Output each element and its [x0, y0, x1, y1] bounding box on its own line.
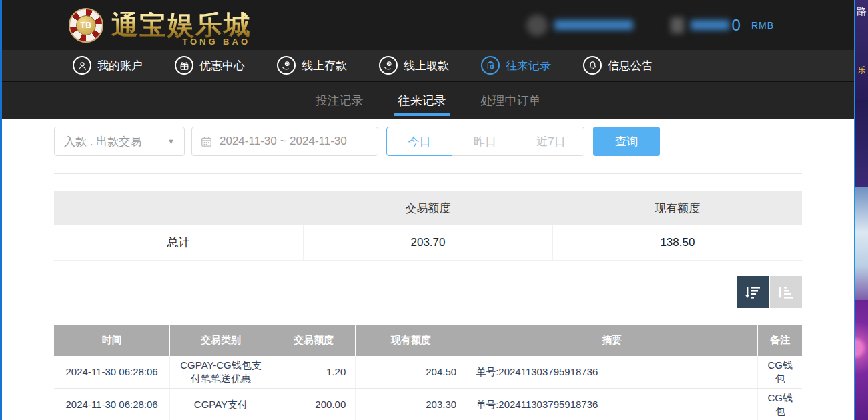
records-col-header: 备注	[758, 325, 802, 356]
currency-label: RMB	[751, 20, 774, 31]
brand-subtitle: TONG BAO	[182, 37, 250, 47]
transaction-type-value: 入款 . 出款交易	[64, 134, 141, 149]
chip-monogram: TB	[76, 15, 96, 35]
gift-icon	[175, 56, 193, 75]
records-cell-note: CG钱包	[758, 389, 802, 420]
summary-header-transaction: 交易额度	[304, 191, 553, 225]
transaction-type-select[interactable]: 入款 . 出款交易 ▼	[54, 127, 185, 156]
records-cell-type: CGPAY支付	[170, 389, 272, 420]
records-cell-time: 2024-11-30 06:28:06	[54, 389, 170, 420]
nav-item-withdraw[interactable]: 线上取款	[379, 56, 449, 75]
date-range-value: 2024-11-30 ~ 2024-11-30	[220, 135, 347, 148]
nav-label: 往来记录	[506, 58, 551, 73]
records-cell-balance: 203.30	[356, 389, 466, 420]
filter-row: 入款 . 出款交易 ▼ 2024-11-30 ~ 2024-11-30 今日 昨…	[54, 127, 802, 156]
brand-logo[interactable]: TB 通宝娱乐城 TONG BAO	[69, 8, 252, 43]
table-row: 2024-11-30 06:28:06CGPAY支付200.00203.30单号…	[54, 389, 802, 420]
tab-transaction-records[interactable]: 往来记录	[396, 82, 449, 119]
strip-small-text: 乐	[855, 65, 868, 76]
strip-purple-segment	[855, 100, 868, 187]
search-button[interactable]: 查询	[593, 127, 660, 156]
strip-top-segment: 路 乐	[855, 0, 868, 100]
app-window: TB 通宝娱乐城 TONG BAO 0 RMB	[2, 0, 854, 420]
username-redacted	[554, 20, 633, 30]
sort-ascending-icon	[777, 283, 795, 301]
summary-total-label: 总计	[54, 225, 304, 260]
main-navigation: 我的账户 优惠中心 线上存款 线上取款	[2, 50, 854, 82]
nav-label: 线上取款	[404, 58, 449, 73]
top-header: TB 通宝娱乐城 TONG BAO 0 RMB	[2, 0, 854, 50]
records-col-header: 交易类别	[170, 325, 272, 356]
announcement-bell-icon	[583, 56, 602, 75]
strip-candy-segment	[855, 300, 868, 420]
summary-header-row: 交易额度 现有额度	[54, 191, 802, 225]
records-cell-amount: 200.00	[272, 389, 356, 420]
records-cell-balance: 204.50	[356, 356, 466, 389]
page: TB 通宝娱乐城 TONG BAO 0 RMB	[0, 0, 868, 420]
summary-header-empty	[54, 191, 304, 225]
quick-range-group: 今日 昨日 近7日	[386, 127, 584, 156]
nav-item-deposit[interactable]: 线上存款	[277, 56, 347, 75]
strip-creature-segment	[855, 187, 868, 300]
nav-item-announcements[interactable]: 信息公告	[583, 56, 653, 75]
user-info: 0 RMB	[526, 0, 774, 50]
yesterday-button[interactable]: 昨日	[452, 127, 518, 156]
content-area: 入款 . 出款交易 ▼ 2024-11-30 ~ 2024-11-30 今日 昨…	[2, 119, 854, 420]
avatar[interactable]	[526, 15, 548, 36]
records-cell-note: CG钱包	[758, 356, 802, 389]
records-header-row: 时间交易类别交易额度现有额度摘要备注	[54, 325, 802, 356]
poker-chip-icon: TB	[69, 8, 103, 43]
records-col-header: 现有额度	[356, 325, 466, 356]
sort-ascending-button[interactable]	[770, 276, 802, 308]
records-icon	[481, 56, 500, 75]
strip-label: 路	[857, 5, 867, 17]
calendar-icon	[200, 135, 213, 148]
nav-item-transaction-records[interactable]: 往来记录	[481, 56, 551, 75]
nav-item-promotions[interactable]: 优惠中心	[175, 56, 245, 75]
records-cell-summary: 单号:202411303795918736	[466, 389, 758, 420]
date-range-input[interactable]: 2024-11-30 ~ 2024-11-30	[191, 127, 378, 156]
balance-redacted	[691, 20, 729, 30]
last7days-button[interactable]: 近7日	[518, 127, 584, 156]
deposit-icon	[277, 56, 296, 75]
user-icon	[73, 56, 91, 75]
tab-betting-records[interactable]: 投注记录	[313, 82, 366, 119]
tab-pending-orders[interactable]: 处理中订单	[478, 82, 544, 119]
table-row: 2024-11-30 06:28:06CGPAY-CG钱包支付笔笔送优惠1.20…	[54, 356, 802, 389]
sort-controls	[54, 276, 802, 308]
sort-descending-button[interactable]	[737, 276, 769, 308]
chevron-down-icon: ▼	[167, 137, 175, 145]
records-cell-summary: 单号:202411303795918736	[466, 356, 758, 389]
records-cell-amount: 1.20	[272, 356, 356, 389]
section-divider	[54, 173, 802, 174]
sort-descending-icon	[744, 283, 763, 301]
side-game-strip[interactable]: 路 乐	[854, 0, 868, 420]
records-cell-time: 2024-11-30 06:28:06	[54, 356, 170, 389]
nav-label: 我的账户	[97, 58, 143, 73]
summary-transaction-total: 203.70	[304, 225, 553, 260]
summary-current-total: 138.50	[552, 225, 802, 260]
withdraw-icon	[379, 56, 398, 75]
records-col-header: 摘要	[466, 325, 758, 356]
nav-label: 信息公告	[608, 58, 653, 73]
balance-visible-digit: 0	[732, 16, 741, 35]
records-cell-type: CGPAY-CG钱包支付笔笔送优惠	[170, 356, 272, 389]
summary-header-current: 现有额度	[552, 191, 802, 225]
records-col-header: 时间	[54, 325, 170, 356]
today-button[interactable]: 今日	[386, 127, 452, 156]
left-edge-line	[0, 0, 2, 420]
sub-tabs: 投注记录 往来记录 处理中订单	[2, 82, 854, 119]
nav-item-my-account[interactable]: 我的账户	[73, 56, 143, 75]
brand-title: 通宝娱乐城	[111, 12, 252, 39]
summary-total-row: 总计 203.70 138.50	[54, 225, 802, 260]
nav-label: 线上存款	[302, 58, 347, 73]
nav-label: 优惠中心	[199, 58, 245, 73]
records-body: 2024-11-30 06:28:06CGPAY-CG钱包支付笔笔送优惠1.20…	[54, 356, 802, 420]
wallet-icon	[671, 17, 684, 33]
summary-table: 交易额度 现有额度 总计 203.70 138.50	[54, 191, 802, 261]
records-col-header: 交易额度	[272, 325, 356, 356]
records-table: 时间交易类别交易额度现有额度摘要备注 2024-11-30 06:28:06CG…	[54, 325, 802, 420]
brand-text: 通宝娱乐城 TONG BAO	[111, 12, 252, 39]
